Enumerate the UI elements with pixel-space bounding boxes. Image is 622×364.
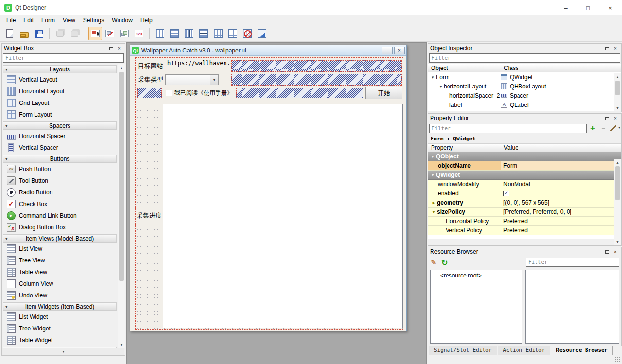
property-row-sizepolicy[interactable]: ▾sizePolicy [Preferred, Preferred, 0, 0]	[428, 208, 621, 217]
column-value[interactable]: Value	[501, 144, 621, 151]
layout-grid-button[interactable]	[211, 27, 225, 40]
dock-float-button[interactable]	[604, 45, 611, 52]
layout-vertically-button[interactable]	[168, 27, 181, 40]
dock-close-button[interactable]: ×	[611, 45, 619, 52]
resource-tree-pane[interactable]: <resource root>	[430, 270, 522, 344]
widget-vertical-spacer[interactable]: Vertical Spacer	[2, 142, 117, 154]
column-property[interactable]: Property	[428, 144, 501, 152]
manual-checkbox[interactable]	[166, 90, 172, 96]
resource-root-item[interactable]: <resource root>	[431, 270, 522, 279]
property-editor-scrollbar[interactable]: ▲ ▼	[614, 159, 621, 245]
dock-float-button[interactable]	[107, 45, 115, 52]
edit-resources-button[interactable]: ✎	[431, 258, 441, 267]
tree-row-form[interactable]: ▾Form QWidget	[428, 72, 621, 82]
reload-resources-button[interactable]: ↻	[441, 258, 452, 267]
property-editor-filter-input[interactable]	[429, 124, 587, 133]
property-row-horizontal-policy[interactable]: Horizontal Policy Preferred	[428, 217, 621, 226]
scrollbar-thumb[interactable]	[615, 166, 620, 200]
target-site-lineedit[interactable]	[231, 60, 402, 72]
scroll-down-icon[interactable]: ▼	[118, 341, 125, 348]
property-editor-column-header[interactable]: Property Value	[428, 143, 621, 152]
widget-column-view[interactable]: Column View	[2, 278, 117, 290]
scrollbar-thumb[interactable]	[615, 81, 620, 95]
scrollbar-thumb[interactable]	[119, 72, 124, 281]
property-value[interactable]: NonModal	[501, 180, 621, 189]
column-class[interactable]: Class	[501, 65, 621, 71]
object-inspector-column-header[interactable]: Object Class	[428, 64, 621, 72]
scroll-down-icon[interactable]: ▼	[614, 104, 621, 111]
property-row-geometry[interactable]: ▸geometry [(0, 0), 567 x 565]	[428, 198, 621, 208]
menu-view[interactable]: View	[59, 16, 79, 25]
dock-close-button[interactable]: ×	[115, 45, 123, 52]
tree-row-label[interactable]: label QLabel	[428, 100, 621, 109]
scroll-up-icon[interactable]: ▲	[118, 64, 125, 71]
resize-grip[interactable]	[614, 356, 621, 363]
category-item-widgets[interactable]: ▾Item Widgets (Item-Based)	[3, 302, 117, 311]
dock-close-button[interactable]: ×	[611, 248, 619, 255]
tree-row-horizontalspacer[interactable]: horizontalSpacer_2 Spacer	[428, 91, 621, 100]
dock-float-button[interactable]	[604, 115, 611, 121]
capture-type-combobox[interactable]: ▾	[165, 74, 219, 85]
widget-table-view[interactable]: Table View	[2, 266, 117, 278]
widget-tree-view[interactable]: Tree View	[2, 255, 117, 266]
layout-form-button[interactable]	[226, 27, 240, 40]
layout-vertical-splitter-button[interactable]	[197, 27, 210, 40]
widget-list-view[interactable]: List View	[2, 243, 117, 255]
property-row-enabled[interactable]: enabled ✓	[428, 189, 621, 198]
menu-settings[interactable]: Settings	[79, 16, 108, 25]
add-dynamic-property-button[interactable]: +	[588, 123, 598, 133]
property-value[interactable]: Form	[501, 161, 621, 170]
dock-close-button[interactable]: ×	[611, 115, 619, 121]
dock-float-button[interactable]	[604, 248, 611, 255]
category-buttons[interactable]: ▾Buttons	[3, 155, 117, 163]
edit-buddies-button[interactable]	[118, 27, 131, 40]
edit-widgets-button[interactable]	[88, 27, 102, 40]
horizontal-spacer[interactable]	[137, 88, 162, 98]
widget-undo-view[interactable]: Undo View	[2, 290, 117, 301]
property-value[interactable]: Preferred	[501, 226, 621, 235]
break-layout-button[interactable]	[241, 27, 254, 40]
undo-button[interactable]	[53, 27, 67, 40]
widget-box-scrollbar[interactable]: ▲ ▼	[118, 64, 125, 348]
form-canvas[interactable]: 目标网站 https://wallhaven.cc/ 采集类型 ▾ 我已阅读《使…	[130, 56, 406, 331]
manual-checkbox-group[interactable]: 我已阅读《使用手册》	[163, 87, 234, 99]
widget-list-widget[interactable]: List Widget	[2, 311, 117, 323]
progress-text-browser[interactable]	[163, 104, 403, 328]
scroll-up-icon[interactable]: ▲	[614, 159, 621, 166]
capture-type-label[interactable]: 采集类型	[138, 73, 163, 86]
new-form-button[interactable]	[3, 27, 17, 40]
progress-label[interactable]: 采集进度	[137, 211, 162, 220]
save-form-button[interactable]	[32, 27, 46, 40]
tree-row-horizontallayout[interactable]: ▾horizontalLayout QHBoxLayout	[428, 82, 621, 91]
category-item-views[interactable]: ▾Item Views (Model-Based)	[3, 234, 117, 243]
menu-window[interactable]: Window	[108, 16, 137, 25]
property-value[interactable]: ✓	[501, 189, 621, 198]
widget-command-link-button[interactable]: Command Link Button	[2, 210, 117, 222]
menu-file[interactable]: File	[2, 16, 19, 25]
widget-push-button[interactable]: Push Button	[2, 163, 117, 175]
widget-table-widget[interactable]: Table Widget	[2, 334, 117, 346]
property-group-qobject[interactable]: ▾QObject	[428, 152, 621, 161]
widget-horizontal-layout[interactable]: Horizontal Layout	[2, 86, 117, 97]
property-value[interactable]: [(0, 0), 567 x 565]	[501, 198, 621, 207]
redo-button[interactable]	[68, 27, 81, 40]
resource-preview-pane[interactable]	[525, 270, 619, 344]
widget-tool-button[interactable]: Tool Button	[2, 175, 117, 187]
widget-grid-layout[interactable]: Grid Layout	[2, 97, 117, 109]
widget-horizontal-spacer[interactable]: Horizontal Spacer	[2, 130, 117, 142]
property-row-objectname[interactable]: objectName Form	[428, 161, 621, 171]
menu-form[interactable]: Form	[37, 16, 59, 25]
widget-box-scroll-more[interactable]: ▾	[2, 348, 124, 355]
category-layouts[interactable]: ▾Layouts	[3, 65, 117, 73]
enabled-checkbox[interactable]: ✓	[503, 191, 509, 196]
widget-tree-widget[interactable]: Tree Widget	[2, 323, 117, 334]
widget-radio-button[interactable]: Radio Button	[2, 187, 117, 198]
adjust-size-button[interactable]	[255, 27, 269, 40]
tab-signal-slot-editor[interactable]: Signal/Slot Editor	[429, 346, 497, 355]
property-row-vertical-policy[interactable]: Vertical Policy Preferred	[428, 226, 621, 235]
scroll-up-icon[interactable]: ▲	[614, 73, 621, 80]
maximize-button[interactable]: □	[577, 0, 599, 15]
open-form-button[interactable]	[17, 27, 31, 40]
widget-dialog-button-box[interactable]: Dialog Button Box	[2, 222, 117, 233]
form-minimize-button[interactable]: –	[382, 47, 393, 54]
